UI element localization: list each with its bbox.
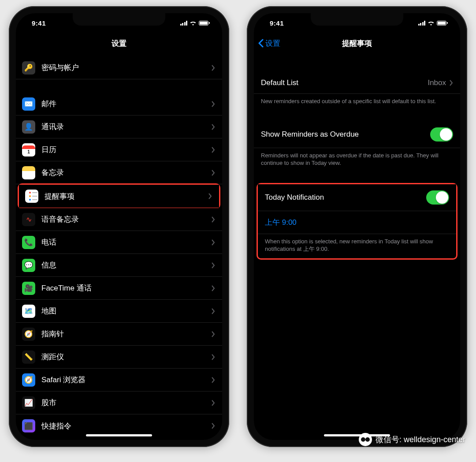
page-title: 设置 bbox=[112, 38, 126, 48]
status-time: 9:41 bbox=[270, 19, 284, 27]
overdue-footer: Reminders will not appear as overdue if … bbox=[254, 148, 460, 167]
notch bbox=[73, 13, 165, 26]
back-label: 设置 bbox=[265, 38, 280, 48]
phone-icon: 📞 bbox=[22, 236, 35, 249]
battery-icon bbox=[199, 21, 210, 26]
row-mail[interactable]: ✉️ 邮件 bbox=[16, 93, 222, 116]
page-title: 提醒事项 bbox=[342, 38, 372, 48]
chevron-right-icon bbox=[212, 216, 215, 223]
chevron-right-icon bbox=[212, 262, 215, 268]
phone-left: 9:41 设置 🔑 密码与帐户 ✉️ 邮 bbox=[9, 6, 229, 447]
compass-icon: 🧭 bbox=[22, 328, 35, 341]
home-indicator[interactable] bbox=[86, 434, 152, 436]
wechat-icon bbox=[359, 433, 372, 446]
notes-icon bbox=[22, 166, 35, 179]
row-calendar[interactable]: 1 日历 bbox=[16, 138, 222, 161]
row-contacts[interactable]: 👤 通讯录 bbox=[16, 116, 222, 138]
row-stocks[interactable]: 📈 股市 bbox=[16, 391, 222, 414]
watermark-text: 微信号: welldesign-center bbox=[376, 434, 465, 445]
row-passwords[interactable]: 🔑 密码与帐户 bbox=[16, 56, 222, 79]
phone-right: 9:41 设置 提醒事项 Default List Inbox bbox=[247, 6, 467, 447]
toggle-today-notification[interactable] bbox=[426, 190, 449, 205]
signal-icon bbox=[180, 21, 188, 26]
row-maps[interactable]: 🗺️ 地图 bbox=[16, 300, 222, 323]
messages-icon: 💬 bbox=[22, 259, 35, 272]
notch bbox=[311, 13, 403, 26]
row-facetime[interactable]: 🎥 FaceTime 通话 bbox=[16, 277, 222, 300]
row-safari[interactable]: 🧭 Safari 浏览器 bbox=[16, 369, 222, 391]
chevron-right-icon bbox=[212, 423, 215, 429]
chevron-right-icon bbox=[212, 147, 215, 153]
wifi-icon bbox=[428, 20, 435, 26]
voice-memos-icon: ∿ bbox=[22, 213, 35, 226]
settings-list[interactable]: 🔑 密码与帐户 ✉️ 邮件 👤 通讯录 1 日历 bbox=[16, 54, 222, 440]
watermark: 微信号: welldesign-center bbox=[359, 433, 465, 446]
default-list-footer: New reminders created outside of a speci… bbox=[254, 94, 460, 105]
back-button[interactable]: 设置 bbox=[258, 38, 280, 48]
chevron-right-icon bbox=[212, 101, 215, 107]
row-reminders[interactable]: 提醒事项 bbox=[19, 185, 219, 208]
chevron-right-icon bbox=[212, 308, 215, 314]
row-voice-memos[interactable]: ∿ 语音备忘录 bbox=[16, 208, 222, 231]
row-messages[interactable]: 💬 信息 bbox=[16, 254, 222, 277]
chevron-right-icon bbox=[212, 285, 215, 291]
today-notification-time[interactable]: 上午 9:00 bbox=[258, 211, 456, 234]
chevron-right-icon bbox=[212, 400, 215, 406]
chevron-right-icon bbox=[212, 65, 215, 71]
toggle-overdue[interactable] bbox=[430, 127, 453, 142]
chevron-right-icon bbox=[212, 377, 215, 383]
contacts-icon: 👤 bbox=[22, 120, 35, 134]
chevron-right-icon bbox=[450, 80, 453, 86]
status-icons bbox=[418, 20, 448, 26]
row-phone[interactable]: 📞 电话 bbox=[16, 231, 222, 254]
stocks-icon: 📈 bbox=[22, 396, 35, 410]
cell-show-overdue[interactable]: Show Reminders as Overdue bbox=[254, 121, 460, 148]
today-notification-footer: When this option is selected, new remind… bbox=[258, 234, 456, 254]
calendar-icon: 1 bbox=[22, 143, 35, 156]
highlight-reminders-row: 提醒事项 bbox=[18, 183, 220, 209]
row-compass[interactable]: 🧭 指南针 bbox=[16, 323, 222, 346]
maps-icon: 🗺️ bbox=[22, 305, 35, 318]
chevron-right-icon bbox=[212, 354, 215, 360]
status-icons bbox=[180, 20, 210, 26]
default-list-value: Inbox bbox=[428, 78, 446, 87]
highlight-today-notification: Today Notification 上午 9:00 When this opt… bbox=[257, 183, 457, 260]
row-measure[interactable]: 📏 测距仪 bbox=[16, 346, 222, 369]
measure-icon: 📏 bbox=[22, 350, 35, 364]
nav-bar: 设置 bbox=[16, 33, 222, 54]
facetime-icon: 🎥 bbox=[22, 282, 35, 295]
reminders-settings[interactable]: Default List Inbox New reminders created… bbox=[254, 54, 460, 440]
mail-icon: ✉️ bbox=[22, 97, 35, 111]
battery-icon bbox=[437, 21, 448, 26]
chevron-right-icon bbox=[212, 124, 215, 130]
reminders-icon bbox=[25, 190, 38, 203]
status-time: 9:41 bbox=[32, 19, 46, 27]
row-notes[interactable]: 备忘录 bbox=[16, 161, 222, 184]
wifi-icon bbox=[190, 20, 197, 26]
chevron-right-icon bbox=[212, 331, 215, 337]
key-icon: 🔑 bbox=[22, 61, 35, 75]
chevron-right-icon bbox=[212, 239, 215, 246]
chevron-right-icon bbox=[208, 193, 212, 199]
safari-icon: 🧭 bbox=[22, 373, 35, 387]
chevron-right-icon bbox=[212, 170, 215, 176]
shortcuts-icon: ⬛ bbox=[22, 419, 35, 432]
nav-bar: 设置 提醒事项 bbox=[254, 33, 460, 54]
cell-default-list[interactable]: Default List Inbox bbox=[254, 72, 460, 94]
signal-icon bbox=[418, 21, 426, 26]
cell-today-notification[interactable]: Today Notification bbox=[258, 184, 456, 211]
